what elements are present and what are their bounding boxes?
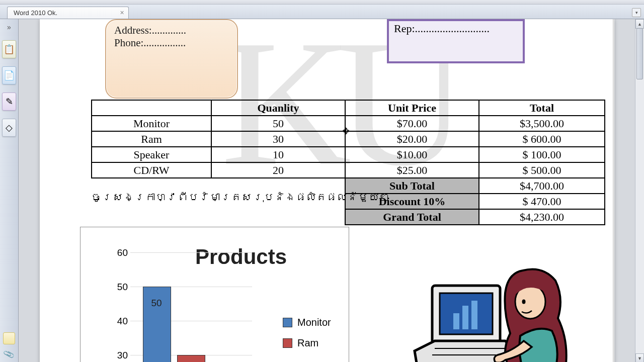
cell: $25.00 — [345, 162, 479, 178]
cell: $ 500.00 — [479, 162, 605, 178]
cell: 50 — [211, 116, 345, 131]
table-row[interactable]: CD/RW 20 $25.00 $ 500.00 — [92, 162, 605, 178]
cell: $20.00 — [345, 131, 479, 147]
tab-title: Word 2010 Ok. — [14, 9, 57, 17]
y-tick: 40 — [111, 316, 128, 327]
cell: Ram — [92, 131, 211, 147]
move-cursor-icon: ✥ — [342, 126, 350, 137]
products-table[interactable]: Quanlity Unit Price Total Monitor 50 $70… — [91, 100, 605, 225]
phone-line: Phone:................ — [114, 37, 229, 49]
subtotal-value: $4,700.00 — [479, 178, 605, 194]
properties-pane-icon[interactable]: ◇ — [2, 119, 16, 137]
computer-clipart[interactable] — [412, 265, 568, 362]
th-quantity: Quanlity — [211, 100, 345, 116]
vertical-scrollbar[interactable]: ▲ ▼ — [635, 19, 644, 362]
cell: $ 600.00 — [479, 131, 605, 147]
legend-label: Ram — [297, 337, 318, 349]
side-panel: » 📋 📄 ✎ ◇ 📎 — [0, 19, 19, 362]
document-viewport[interactable]: KU Address:............. Phone:.........… — [19, 19, 635, 362]
cell: 20 — [211, 162, 345, 178]
table-header-row: Quanlity Unit Price Total — [92, 100, 605, 116]
bar-label: 50 — [143, 298, 170, 309]
scroll-up-icon[interactable]: ▲ — [635, 19, 644, 29]
close-icon[interactable]: × — [119, 10, 125, 16]
clipboard-pane-icon[interactable]: 📋 — [2, 40, 16, 58]
discount-value: $ 470.00 — [479, 194, 605, 209]
cell: $ 100.00 — [479, 147, 605, 162]
ribbon-edge — [0, 0, 644, 5]
edit-pane-icon[interactable]: ✎ — [2, 93, 16, 111]
th-empty — [92, 100, 211, 116]
tab-dropdown-icon[interactable]: ▾ — [632, 8, 641, 17]
th-unit-price: Unit Price — [345, 100, 479, 116]
address-card[interactable]: Address:............. Phone:............… — [105, 19, 238, 99]
khmer-instruction: ចូរសងក្រាហ្វពីបរិមាត្រសរុបនិងផលិតផលនីមួយ… — [91, 191, 390, 204]
cell: Speaker — [92, 147, 211, 162]
address-line: Address:............. — [114, 24, 229, 37]
rep-box[interactable]: Rep:........................... — [387, 19, 525, 63]
cell: 10 — [211, 147, 345, 162]
cell: $10.00 — [345, 147, 479, 162]
legend-label: Monitor — [297, 317, 331, 328]
scroll-thumb[interactable] — [636, 28, 643, 79]
th-total: Total — [479, 100, 605, 116]
expand-panel-icon[interactable]: » — [7, 23, 11, 31]
legend-swatch — [283, 318, 292, 327]
document-tab[interactable]: Word 2010 Ok. × — [7, 7, 129, 19]
cell: 30 — [211, 131, 345, 147]
svg-rect-4 — [471, 301, 477, 329]
svg-rect-2 — [453, 313, 459, 329]
page: KU Address:............. Phone:.........… — [40, 19, 614, 362]
grandtotal-value: $4,230.00 — [479, 209, 605, 225]
y-tick: 60 — [111, 247, 128, 258]
chart-title: Products — [195, 245, 287, 269]
chart[interactable]: Products 60 50 40 30 50 30 Monitor Ram — [80, 227, 349, 362]
cell: CD/RW — [92, 162, 211, 178]
chart-legend: Monitor Ram — [283, 317, 331, 358]
table-row[interactable]: Speaker 10 $10.00 $ 100.00 — [92, 147, 605, 162]
svg-point-8 — [522, 300, 526, 304]
y-tick: 50 — [111, 282, 128, 293]
y-tick: 30 — [111, 350, 128, 361]
legend-swatch — [283, 338, 292, 348]
cell: $3,500.00 — [479, 116, 605, 131]
scroll-down-icon[interactable]: ▼ — [635, 353, 644, 362]
note-icon[interactable] — [3, 332, 15, 344]
attachment-icon[interactable]: 📎 — [3, 348, 15, 360]
pages-pane-icon[interactable]: 📄 — [2, 66, 16, 84]
svg-rect-3 — [462, 306, 468, 329]
cell: $70.00 — [345, 116, 479, 131]
rep-text: Rep:........................... — [394, 22, 490, 35]
cell: Monitor — [92, 116, 211, 131]
grandtotal-label: Grand Total — [345, 209, 479, 225]
document-tab-bar: Word 2010 Ok. × ▾ — [0, 5, 644, 19]
